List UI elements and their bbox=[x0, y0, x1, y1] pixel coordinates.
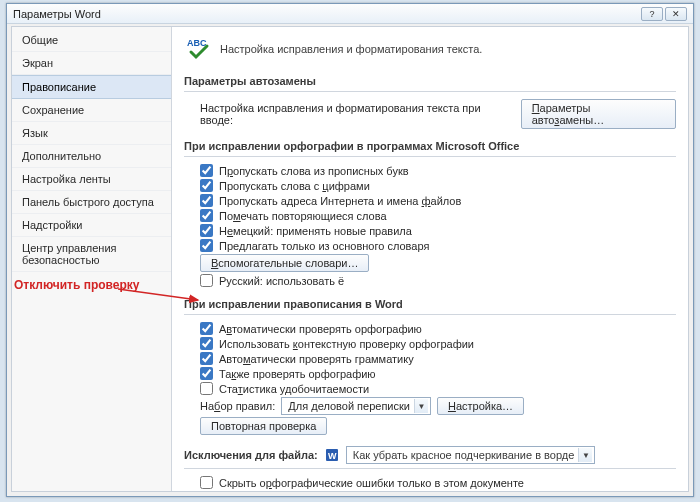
group-word-spell-title: При исправлении правописания в Word bbox=[184, 294, 676, 315]
sidebar-item-proofing[interactable]: Правописание bbox=[12, 75, 171, 99]
annotation-arrow bbox=[118, 286, 208, 306]
lbl-contextual: Использовать контекстную проверку орфогр… bbox=[219, 338, 474, 350]
lbl-hide-spell-doc: Скрыть орфографические ошибки только в э… bbox=[219, 477, 524, 489]
exceptions-file-value: Как убрать красное подчеркивание в ворде bbox=[353, 449, 575, 461]
svg-text:ABC: ABC bbox=[187, 38, 207, 48]
lbl-digits: Пропускать слова с цифрами bbox=[219, 180, 370, 192]
autocorrect-options-button[interactable]: ППараметры автозамены...араметры автозам… bbox=[521, 99, 676, 129]
window-title: Параметры Word bbox=[13, 8, 101, 20]
sidebar-item-ribbon[interactable]: Настройка ленты bbox=[12, 168, 171, 191]
options-dialog: Параметры Word ? ✕ Общие Экран Правописа… bbox=[6, 3, 694, 497]
exceptions-label: Исключения для файла: bbox=[184, 449, 318, 461]
category-sidebar: Общие Экран Правописание Сохранение Язык… bbox=[12, 27, 172, 491]
cb-maindict[interactable] bbox=[200, 239, 213, 252]
lbl-also-spell: Также проверять орфографию bbox=[219, 368, 376, 380]
sidebar-item-addins[interactable]: Надстройки bbox=[12, 214, 171, 237]
ruleset-value: Для деловой переписки bbox=[288, 400, 410, 412]
cb-contextual[interactable] bbox=[200, 337, 213, 350]
content-panel: ABC Настройка исправления и форматирован… bbox=[172, 27, 688, 491]
sidebar-item-display[interactable]: Экран bbox=[12, 52, 171, 75]
cb-readability[interactable] bbox=[200, 382, 213, 395]
cb-digits[interactable] bbox=[200, 179, 213, 192]
lbl-urls: Пропускать адреса Интернета и имена файл… bbox=[219, 195, 461, 207]
cb-urls[interactable] bbox=[200, 194, 213, 207]
titlebar: Параметры Word ? ✕ bbox=[7, 4, 693, 24]
chevron-down-icon: ▼ bbox=[414, 399, 428, 413]
sidebar-item-qat[interactable]: Панель быстрого доступа bbox=[12, 191, 171, 214]
chevron-down-icon: ▼ bbox=[578, 448, 592, 462]
abc-check-icon: ABC bbox=[184, 35, 212, 63]
lbl-auto-spell: Автоматически проверять орфографию bbox=[219, 323, 422, 335]
cb-german[interactable] bbox=[200, 224, 213, 237]
cb-uppercase[interactable] bbox=[200, 164, 213, 177]
lbl-repeated: Помечать повторяющиеся слова bbox=[219, 210, 387, 222]
lbl-german: Немецкий: применять новые правила bbox=[219, 225, 412, 237]
custom-dictionaries-button[interactable]: Вспомогательные словари… bbox=[200, 254, 369, 272]
sidebar-item-language[interactable]: Язык bbox=[12, 122, 171, 145]
sidebar-item-save[interactable]: Сохранение bbox=[12, 99, 171, 122]
svg-line-0 bbox=[118, 289, 198, 300]
cb-repeated[interactable] bbox=[200, 209, 213, 222]
group-office-spell-title: При исправлении орфографии в программах … bbox=[184, 136, 676, 157]
lbl-russian-yo: Русский: использовать ё bbox=[219, 275, 344, 287]
group-exceptions-title: Исключения для файла: W Как убрать красн… bbox=[184, 442, 676, 469]
ruleset-select[interactable]: Для деловой переписки ▼ bbox=[281, 397, 431, 415]
cb-auto-grammar[interactable] bbox=[200, 352, 213, 365]
cb-auto-spell[interactable] bbox=[200, 322, 213, 335]
sidebar-item-general[interactable]: Общие bbox=[12, 29, 171, 52]
lbl-maindict: Предлагать только из основного словаря bbox=[219, 240, 429, 252]
sidebar-item-trust[interactable]: Центр управления безопасностью bbox=[12, 237, 171, 272]
ruleset-settings-button[interactable]: Настройка… bbox=[437, 397, 524, 415]
page-subtitle: Настройка исправления и форматирования т… bbox=[220, 43, 482, 55]
autocorrect-desc: Настройка исправления и форматирования т… bbox=[200, 102, 515, 126]
sidebar-item-advanced[interactable]: Дополнительно bbox=[12, 145, 171, 168]
cb-also-spell[interactable] bbox=[200, 367, 213, 380]
word-doc-icon: W bbox=[324, 447, 340, 463]
exceptions-file-select[interactable]: Как убрать красное подчеркивание в ворде… bbox=[346, 446, 596, 464]
cb-hide-spell-doc[interactable] bbox=[200, 476, 213, 489]
lbl-uppercase: Пропускать слова из прописных букв bbox=[219, 165, 409, 177]
lbl-auto-grammar: Автоматически проверять грамматику bbox=[219, 353, 414, 365]
svg-text:W: W bbox=[328, 451, 337, 461]
group-autocorrect-title: Параметры автозамены bbox=[184, 71, 676, 92]
recheck-button[interactable]: Повторная проверка bbox=[200, 417, 327, 435]
close-button[interactable]: ✕ bbox=[665, 7, 687, 21]
lbl-readability: Статистика удобочитаемости bbox=[219, 383, 369, 395]
help-button[interactable]: ? bbox=[641, 7, 663, 21]
ruleset-label: Набор правил: bbox=[200, 400, 275, 412]
